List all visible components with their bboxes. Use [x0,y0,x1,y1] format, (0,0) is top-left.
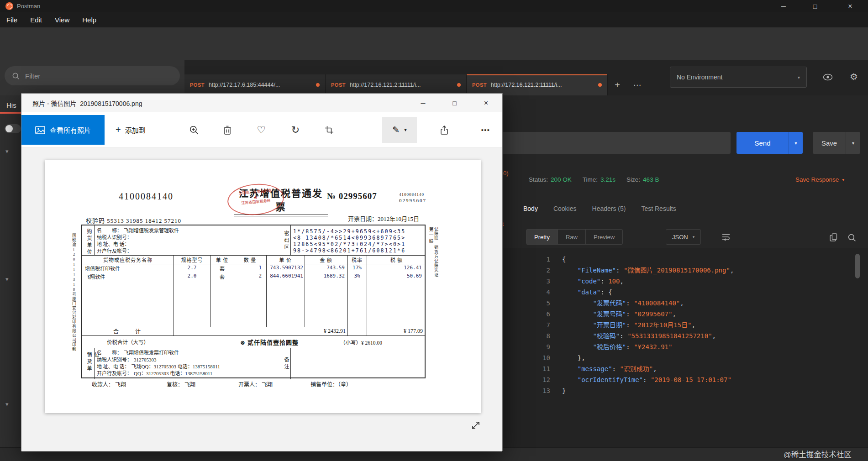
rotate-button[interactable]: ↻ [285,115,306,145]
response-tab-cookies[interactable]: Cookies [553,205,577,212]
more-button[interactable]: ⋯ [475,115,496,145]
minimize-window-icon[interactable]: ─ [773,0,794,12]
item-name: 增值税打印软件 [82,265,174,272]
sum-capital: ⊗ 贰仟陆佰壹拾圆整 [219,338,320,346]
menu-item-edit[interactable]: Edit [24,12,48,27]
delete-button[interactable] [217,115,238,145]
hidden-label-fragment: 0) [503,170,509,177]
postman-logo-icon [5,2,13,10]
edit-draw-button[interactable]: ✎ ▾ [382,117,417,143]
buyer-info: 名 称：飞翔增值税发票管理软件纳税人识别号：地 址、电 话：开户行及帐号： [97,227,279,255]
invoice-table: 购货单位 名 称：飞翔增值税发票管理软件纳税人识别号：地 址、电 话：开户行及帐… [81,225,426,378]
wrap-text-button[interactable] [720,231,732,243]
sidebar-tab-history[interactable]: His [6,101,16,109]
photos-titlebar[interactable]: 照片 - 微信图片_20190815170006.png ─ □ × [21,94,502,112]
maximize-window-icon[interactable]: □ [439,94,470,112]
request-method-label: POST [331,82,346,88]
total-tax: ¥ 177.09 [367,328,426,335]
save-responses-toggle[interactable] [5,124,21,133]
response-tab-body[interactable]: Body [523,205,538,212]
response-meta-row: Status: 200 OK Time: 3.21s Size: 463 B [529,176,670,183]
send-dropdown-caret[interactable]: ▾ [789,132,803,154]
response-scrollbar[interactable] [855,254,860,278]
code-line: 6 "发票号码": "02995607", [516,309,865,320]
view-all-photos-button[interactable]: 查看所有照片 [21,115,105,145]
environment-preview-button[interactable] [820,70,836,84]
minimize-window-icon[interactable]: ─ [407,94,439,112]
invoice-corner-codes: 4100084140 02995607 [399,192,426,204]
save-response-button[interactable]: Save Response ▾ [795,176,844,183]
zoom-button[interactable] [184,115,205,145]
tab-options-button[interactable]: ⋯ [627,74,648,95]
footer-field: 开票人： 飞翔 [238,380,273,388]
item-name: 飞翔软件 [82,273,174,280]
request-tab[interactable]: POSThttp://172.17.6.185:44444/... [184,74,326,95]
password-line: 98->4798<86201+761/608121*6 [293,247,405,254]
response-format-dropdown[interactable]: JSON ▾ [666,229,701,245]
chevron-down-icon: ▾ [798,75,800,80]
history-group-collapse-icon[interactable]: ▾ [5,148,9,155]
invoice-field-row: 地 址、电 话：飞翔QQ：312705303 电话：13875158011 [97,363,279,370]
save-button[interactable]: Save [813,132,846,154]
request-url-label: http://172.17.6.185:44444/... [209,82,312,88]
postman-titlebar: Postman ─ □ × [0,0,868,12]
request-tab[interactable]: POSThttp://172.16.121.2:11111/i... [326,74,467,95]
view-tab-pretty[interactable]: Pretty [526,230,558,244]
request-tab[interactable]: POSThttp://172.16.121.2:11111/i... [467,74,608,95]
history-group-collapse-icon[interactable]: ▾ [5,276,9,283]
invoice-field-row: 名 称：飞翔增值税发票管理软件 [97,227,279,234]
size-label: Size: [626,176,640,183]
items-header-cell: 规格型号 [174,255,210,264]
items-header-cell: 单 位 [210,255,234,264]
settings-gear-button[interactable]: ⚙ [846,68,862,85]
save-dropdown-caret[interactable]: ▾ [846,132,860,154]
response-body-code[interactable]: 1{2 "FileName": "微信图片_20190815170006.png… [516,254,865,396]
menu-item-view[interactable]: View [48,12,76,27]
share-button[interactable] [434,115,455,145]
favorite-button[interactable]: ♡ [251,115,272,145]
maximize-window-icon[interactable]: □ [805,0,825,12]
close-window-icon[interactable]: × [470,94,502,112]
close-window-icon[interactable]: × [840,0,860,12]
copy-response-button[interactable] [827,232,839,243]
crop-button[interactable] [319,115,340,145]
field-value: 飞翔增值税发票打印软件 [122,350,179,356]
seller-info: 名 称：飞翔增值税发票打印软件纳税人识别号：312705303地 址、电 话：飞… [97,350,279,377]
invoice-copy-desc: 记账联 销货方记账凭证 [433,227,439,277]
view-tab-preview[interactable]: Preview [585,230,622,244]
chevron-down-icon: ▾ [842,177,844,182]
expand-button[interactable] [469,419,483,432]
invoice-number: № 02995607 [327,191,377,201]
environment-selector[interactable]: No Environment ▾ [670,67,807,88]
total-row: 合 计 ¥ 2432.91 ¥ 177.09 [82,327,426,335]
field-label: 名 称： [97,350,122,356]
history-group-collapse-icon[interactable]: ▾ [5,401,9,408]
line-number: 13 [516,385,550,396]
items-header-cell: 金 额 [305,255,347,264]
sidebar-filter[interactable]: Filter [5,66,180,85]
invoice-photo[interactable]: 4100084140 江苏增值税普通发票 全国统一发票监制章 ★ 江苏省国家税务… [45,160,481,413]
menu-item-file[interactable]: File [0,12,24,27]
invoice-field-row: 开户行及帐号：QQ：312705303 电话：13875158011 [97,370,279,377]
password-area-header: 密码区 [283,230,290,251]
items-header-cell: 税 额 [367,255,426,264]
search-icon [847,233,856,242]
code-line: 5 "发票代码": "4100084140", [516,298,865,309]
response-view-switcher: PrettyRawPreview [526,229,623,245]
unsaved-dot-icon [316,83,320,87]
menu-item-help[interactable]: Help [76,12,103,27]
code-line: 12 "ocrIdentifyTime": "2019-08-15 17:01:… [516,374,865,385]
view-tab-raw[interactable]: Raw [558,230,585,244]
item-price: 743.5907132 [266,265,305,272]
screen: Postman ─ □ × FileEditViewHelp +New ▾ Im… [0,0,868,461]
search-response-button[interactable] [846,232,857,243]
response-tab-testresults[interactable]: Test Results [641,205,676,212]
line-number: 5 [516,298,550,309]
picture-icon [35,126,45,135]
item-tax: 50.69 [367,273,426,280]
new-tab-button[interactable]: + [608,74,627,95]
send-button[interactable]: Send [736,132,789,154]
invoice-date: 开票日期：2012年10月15日 [348,214,419,223]
response-tab-headers[interactable]: Headers (5) [592,205,626,212]
add-to-button[interactable]: + 添加到 [111,115,150,145]
